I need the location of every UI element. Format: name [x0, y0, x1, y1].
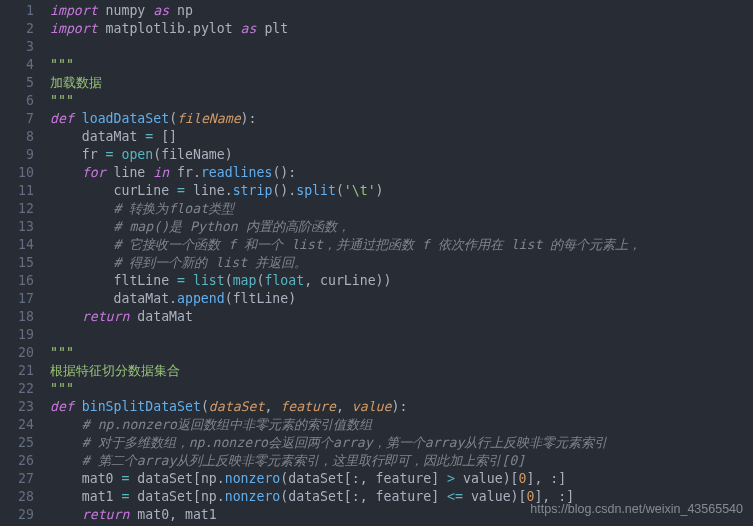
code-line[interactable]: """: [50, 380, 641, 398]
code-editor[interactable]: 1234567891011121314151617181920212223242…: [0, 0, 753, 526]
token-fn: split: [296, 183, 336, 198]
line-number: 7: [0, 110, 34, 128]
code-line[interactable]: """: [50, 344, 641, 362]
code-line[interactable]: return mat0, mat1: [50, 506, 641, 524]
token-nm: dataMat: [50, 129, 145, 144]
line-number: 6: [0, 92, 34, 110]
code-line[interactable]: # 对于多维数组，np.nonzero会返回两个array，第一个array从行…: [50, 434, 641, 452]
code-line[interactable]: dataMat = []: [50, 128, 641, 146]
code-line[interactable]: """: [50, 56, 641, 74]
token-kw: return: [82, 507, 130, 522]
line-number: 19: [0, 326, 34, 344]
token-nm: fr: [50, 147, 106, 162]
code-line[interactable]: import matplotlib.pylot as plt: [50, 20, 641, 38]
token-pn: )[: [503, 471, 519, 486]
code-line[interactable]: [50, 38, 641, 56]
line-number: 9: [0, 146, 34, 164]
token-builtin: open: [121, 147, 153, 162]
token-op: <=: [447, 489, 463, 504]
line-number: 4: [0, 56, 34, 74]
token-nm: [50, 219, 114, 234]
line-number: 8: [0, 128, 34, 146]
code-line[interactable]: # 得到一个新的 list 并返回。: [50, 254, 641, 272]
token-pn: ().: [272, 183, 296, 198]
token-nm: [50, 237, 114, 252]
token-cmt: # 第二个array从列上反映非零元素索引，这里取行即可，因此加上索引[0]: [82, 453, 525, 468]
token-pn: (: [169, 111, 177, 126]
line-number: 2: [0, 20, 34, 38]
token-nm: [50, 417, 82, 432]
code-line[interactable]: import numpy as np: [50, 2, 641, 20]
line-number: 27: [0, 470, 34, 488]
token-nm: numpy: [98, 3, 154, 18]
code-line[interactable]: """: [50, 92, 641, 110]
code-line[interactable]: return dataMat: [50, 308, 641, 326]
token-str: """: [50, 57, 74, 72]
code-line[interactable]: fltLine = list(map(float, curLine)): [50, 272, 641, 290]
token-nm: value: [463, 489, 511, 504]
token-nm: plt: [256, 21, 288, 36]
code-line[interactable]: def binSplitDataSet(dataSet, feature, va…: [50, 398, 641, 416]
code-line[interactable]: mat0 = dataSet[np.nonzero(dataSet[:, fea…: [50, 470, 641, 488]
token-nm: fltLine: [233, 291, 289, 306]
code-line[interactable]: # 第二个array从列上反映非零元素索引，这里取行即可，因此加上索引[0]: [50, 452, 641, 470]
code-line[interactable]: [50, 326, 641, 344]
token-pn: )[: [511, 489, 527, 504]
token-prm: feature: [280, 399, 336, 414]
code-line[interactable]: # map()是 Python 内置的高阶函数，: [50, 218, 641, 236]
code-line[interactable]: def loadDataSet(fileName):: [50, 110, 641, 128]
line-number: 14: [0, 236, 34, 254]
token-nm: dataSet[np: [129, 489, 216, 504]
token-nm: [50, 435, 82, 450]
code-line[interactable]: 根据特征切分数据集合: [50, 362, 641, 380]
code-line[interactable]: mat1 = dataSet[np.nonzero(dataSet[:, fea…: [50, 488, 641, 506]
code-line[interactable]: # 转换为float类型: [50, 200, 641, 218]
token-nm: dataSet[np: [129, 471, 216, 486]
token-pn: ):: [391, 399, 407, 414]
token-pn: .: [217, 489, 225, 504]
line-number: 23: [0, 398, 34, 416]
token-nm: pylot: [193, 21, 241, 36]
token-op: =: [106, 147, 114, 162]
code-line[interactable]: # np.nonzero返回数组中非零元素的索引值数组: [50, 416, 641, 434]
token-str: """: [50, 381, 74, 396]
token-nm: value: [455, 471, 503, 486]
token-nm: [74, 399, 82, 414]
token-op: >: [447, 471, 455, 486]
token-kw: def: [50, 399, 74, 414]
token-pn: .: [169, 291, 177, 306]
code-line[interactable]: # 它接收一个函数 f 和一个 list，并通过把函数 f 依次作用在 list…: [50, 236, 641, 254]
token-pn: ): [225, 147, 233, 162]
token-pn: .: [185, 21, 193, 36]
token-nm: fileName: [161, 147, 225, 162]
token-nm: dataSet[:, feature]: [288, 489, 447, 504]
token-str: """: [50, 93, 74, 108]
token-cmt: # 对于多维数组，np.nonzero会返回两个array，第一个array从行…: [82, 435, 608, 450]
token-pn: ():: [272, 165, 296, 180]
code-line[interactable]: fr = open(fileName): [50, 146, 641, 164]
token-nm: curLine: [50, 183, 177, 198]
line-number: 16: [0, 272, 34, 290]
line-number: 28: [0, 488, 34, 506]
token-fn: loadDataSet: [82, 111, 169, 126]
token-nm: [74, 111, 82, 126]
token-kw: def: [50, 111, 74, 126]
token-str: """: [50, 345, 74, 360]
token-nm: mat1: [50, 489, 121, 504]
code-line[interactable]: dataMat.append(fltLine): [50, 290, 641, 308]
line-number: 29: [0, 506, 34, 524]
code-line[interactable]: 加载数据: [50, 74, 641, 92]
token-cmt: # 得到一个新的 list 并返回。: [114, 255, 308, 270]
token-nm: np: [169, 3, 193, 18]
token-nm: [50, 201, 114, 216]
token-pn: ): [288, 291, 296, 306]
token-fn: append: [177, 291, 225, 306]
token-pn: .: [225, 183, 233, 198]
token-prm: dataSet: [209, 399, 265, 414]
token-builtin: float: [264, 273, 304, 288]
code-line[interactable]: for line in fr.readlines():: [50, 164, 641, 182]
line-number: 3: [0, 38, 34, 56]
token-nm: dataMat: [129, 309, 193, 324]
code-line[interactable]: curLine = line.strip().split('\t'): [50, 182, 641, 200]
code-area[interactable]: import numpy as npimport matplotlib.pylo…: [44, 0, 641, 526]
